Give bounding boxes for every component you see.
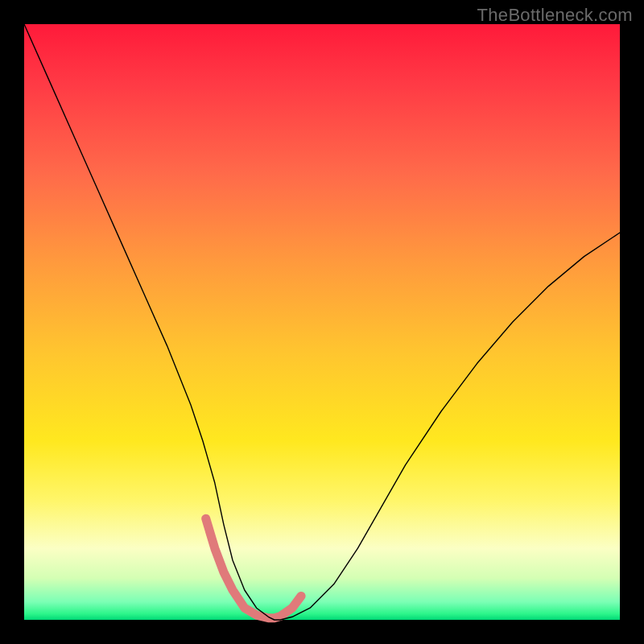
watermark-label: TheBottleneck.com [477,5,633,26]
black-curve-path [24,24,620,620]
outer-frame: TheBottleneck.com [0,0,644,644]
chart-svg [24,24,620,620]
plot-area [24,24,620,620]
